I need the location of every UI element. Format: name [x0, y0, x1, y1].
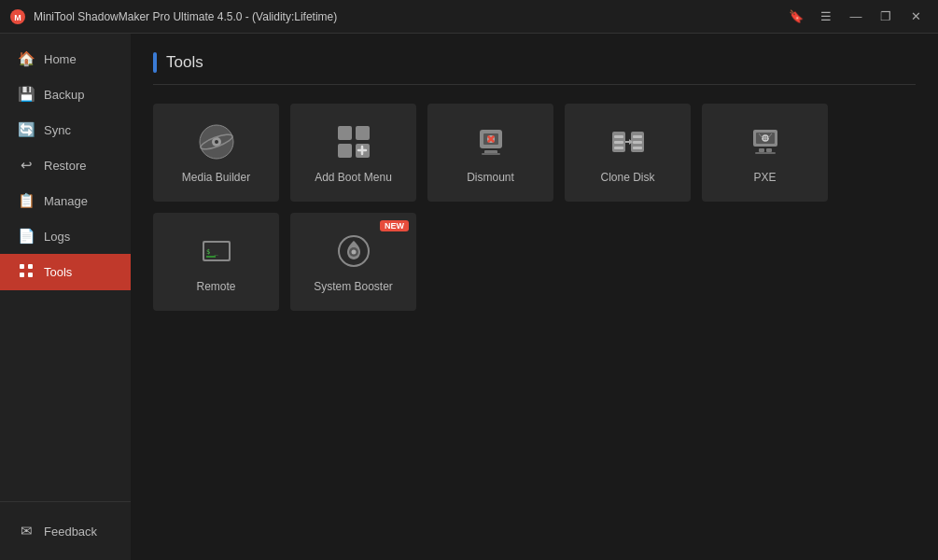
titlebar: M MiniTool ShadowMaker Pro Ultimate 4.5.… [0, 0, 938, 34]
content-area: Tools Media Builder [131, 34, 938, 560]
tools-icon [18, 263, 35, 281]
maximize-button[interactable]: ❐ [873, 4, 899, 30]
svg-rect-29 [633, 141, 642, 144]
svg-rect-2 [20, 264, 24, 269]
minimize-button[interactable]: — [843, 4, 869, 30]
svg-rect-25 [614, 141, 623, 144]
svg-rect-30 [633, 147, 642, 149]
svg-rect-37 [755, 152, 776, 154]
tool-card-remote[interactable]: $ _ Remote [153, 213, 279, 311]
tool-card-system-booster[interactable]: NEW System Booster [290, 213, 416, 311]
svg-rect-12 [338, 144, 352, 158]
logs-icon: 📄 [18, 228, 35, 245]
page-title: Tools [166, 53, 203, 72]
restore-icon: ↩ [18, 157, 35, 174]
pxe-label: PXE [753, 171, 776, 184]
svg-rect-28 [633, 135, 642, 138]
sidebar-label-home: Home [44, 52, 77, 66]
svg-rect-36 [766, 148, 772, 152]
sidebar-item-home[interactable]: 🏠 Home [0, 41, 131, 77]
sidebar-item-feedback[interactable]: ✉ Feedback [0, 513, 131, 549]
media-builder-label: Media Builder [182, 171, 250, 184]
svg-rect-5 [28, 273, 33, 277]
svg-rect-4 [20, 273, 24, 277]
svg-text:$ _: $ _ [206, 248, 218, 256]
add-boot-menu-icon [334, 122, 373, 161]
clone-disk-label: Clone Disk [600, 171, 654, 184]
feedback-icon: ✉ [18, 523, 35, 539]
sidebar-footer: ✉ Feedback [0, 501, 131, 560]
svg-rect-22 [482, 153, 500, 155]
backup-icon: 💾 [18, 86, 35, 103]
svg-rect-3 [28, 264, 33, 269]
sidebar-item-manage[interactable]: 📋 Manage [0, 183, 131, 218]
sync-icon: 🔄 [18, 121, 35, 138]
pxe-icon [746, 122, 785, 161]
sidebar-item-backup[interactable]: 💾 Backup [0, 77, 131, 112]
svg-rect-24 [614, 135, 623, 138]
add-boot-menu-label: Add Boot Menu [315, 171, 392, 184]
new-badge: NEW [380, 220, 409, 231]
sidebar-item-logs[interactable]: 📄 Logs [0, 218, 131, 254]
svg-point-49 [351, 249, 356, 254]
sidebar-label-manage: Manage [44, 194, 88, 208]
tool-card-pxe[interactable]: PXE [702, 104, 828, 202]
menu-button[interactable]: ☰ [813, 4, 839, 30]
svg-rect-10 [338, 126, 352, 140]
sidebar-label-logs: Logs [44, 230, 70, 244]
sidebar-item-restore[interactable]: ↩ Restore [0, 147, 131, 183]
page-header: Tools [153, 52, 916, 85]
svg-rect-26 [614, 147, 623, 149]
sidebar-label-feedback: Feedback [44, 525, 97, 539]
bookmark-button[interactable]: 🔖 [783, 4, 809, 30]
tool-card-add-boot-menu[interactable]: Add Boot Menu [290, 104, 416, 202]
svg-rect-35 [759, 148, 764, 152]
remote-label: Remote [196, 280, 235, 293]
sidebar: 🏠 Home 💾 Backup 🔄 Sync ↩ Restore 📋 Manag… [0, 34, 131, 560]
svg-rect-11 [356, 126, 370, 140]
sidebar-label-restore: Restore [44, 159, 87, 173]
remote-icon: $ _ [197, 231, 236, 271]
tool-card-dismount[interactable]: Dismount [427, 104, 553, 202]
main-layout: 🏠 Home 💾 Backup 🔄 Sync ↩ Restore 📋 Manag… [0, 34, 938, 560]
home-icon: 🏠 [18, 50, 35, 67]
sidebar-label-backup: Backup [44, 88, 84, 102]
app-title: MiniTool ShadowMaker Pro Ultimate 4.5.0 … [34, 10, 783, 23]
dismount-icon [471, 122, 511, 161]
window-controls: 🔖 ☰ — ❐ ✕ [783, 4, 929, 30]
page-header-bar [153, 52, 157, 73]
sidebar-label-tools: Tools [44, 265, 72, 279]
system-booster-icon [334, 231, 373, 271]
tool-card-clone-disk[interactable]: Clone Disk [565, 104, 691, 202]
sidebar-item-sync[interactable]: 🔄 Sync [0, 112, 131, 147]
svg-text:M: M [14, 13, 21, 22]
svg-point-8 [215, 140, 218, 144]
tools-grid: Media Builder Add Boot Menu [153, 104, 916, 311]
dismount-label: Dismount [467, 171, 514, 184]
tool-card-media-builder[interactable]: Media Builder [153, 104, 279, 202]
media-builder-icon [197, 122, 236, 161]
clone-disk-icon [609, 122, 648, 161]
sidebar-label-sync: Sync [44, 123, 71, 137]
close-button[interactable]: ✕ [903, 4, 929, 30]
sidebar-item-tools[interactable]: Tools [0, 254, 131, 290]
manage-icon: 📋 [18, 192, 35, 209]
sidebar-nav: 🏠 Home 💾 Backup 🔄 Sync ↩ Restore 📋 Manag… [0, 34, 131, 501]
app-logo: M [9, 8, 26, 25]
system-booster-label: System Booster [314, 280, 393, 293]
